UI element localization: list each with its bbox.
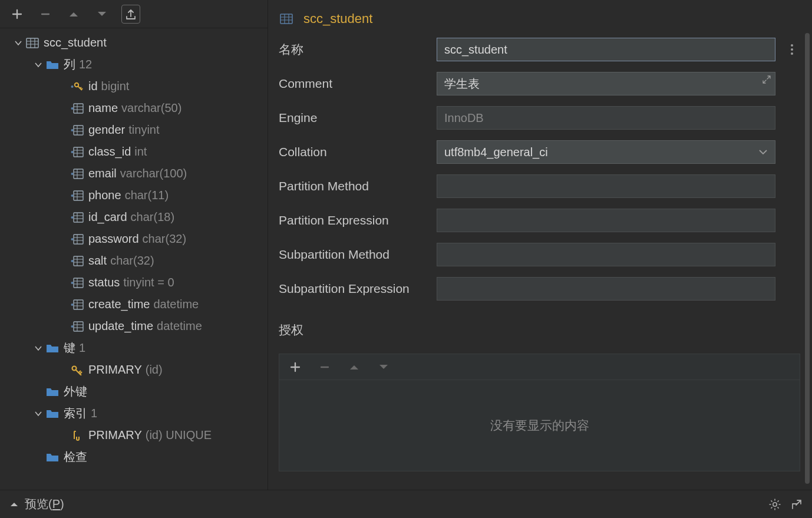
column-item[interactable]: statustinyint = 0	[0, 272, 268, 293]
column-type: tinyint	[128, 123, 159, 137]
grants-add-button[interactable]	[286, 358, 304, 376]
chevron-down-icon	[12, 39, 25, 47]
column-item[interactable]: namevarchar(50)	[0, 97, 268, 119]
engine-input[interactable]: InnoDB	[437, 106, 775, 130]
indexes-count: 1	[91, 407, 97, 420]
svg-rect-0	[27, 38, 38, 48]
name-input[interactable]: scc_student	[437, 38, 775, 61]
svg-rect-11	[74, 191, 83, 200]
svg-point-1	[71, 85, 74, 88]
column-item[interactable]: phonechar(11)	[0, 184, 268, 206]
tree-node-columns[interactable]: 列 12	[0, 54, 268, 75]
tree-node-checks[interactable]: 检查	[0, 446, 268, 468]
grants-toolbar	[279, 354, 800, 380]
tree-node-keys[interactable]: 键 1	[0, 337, 268, 359]
column-name: class_id	[88, 145, 131, 159]
chevron-down-icon	[758, 149, 768, 156]
column-name: status	[88, 276, 120, 289]
column-item[interactable]: id_cardchar(18)	[0, 206, 268, 228]
popout-icon[interactable]	[791, 499, 803, 510]
table-icon	[25, 38, 40, 48]
detail-form: 名称 scc_student Comment 学生表	[279, 38, 800, 471]
svg-point-27	[773, 502, 777, 506]
columns-label: 列	[64, 57, 75, 72]
gear-icon[interactable]	[768, 498, 781, 511]
expand-icon[interactable]	[762, 75, 771, 84]
column-item[interactable]: emailvarchar(100)	[0, 163, 268, 184]
column-name: gender	[88, 123, 125, 137]
label-partition-expression: Partition Expression	[279, 213, 437, 227]
comment-input[interactable]: 学生表	[437, 72, 775, 95]
row-name: 名称 scc_student	[279, 38, 800, 61]
preview-label: 预览(P)	[25, 496, 64, 512]
column-name: create_time	[88, 298, 150, 311]
table-name: scc_student	[44, 36, 107, 50]
column-name: id_card	[88, 210, 127, 224]
partition-expression-input[interactable]	[437, 209, 775, 232]
footer: 预览(P)	[0, 490, 812, 518]
key-name: PRIMARY	[88, 363, 142, 377]
tree-node-indexes[interactable]: 索引 1	[0, 402, 268, 424]
tree-node-foreign-keys[interactable]: 外键	[0, 381, 268, 402]
grants-up-button[interactable]	[345, 358, 363, 376]
column-item[interactable]: saltchar(32)	[0, 250, 268, 272]
column-type: datetime	[154, 298, 199, 311]
column-item[interactable]: class_idint	[0, 141, 268, 163]
chevron-down-icon	[32, 344, 45, 352]
preview-toggle[interactable]: 预览(P)	[9, 496, 64, 512]
scrollbar[interactable]	[805, 33, 810, 484]
column-icon	[70, 321, 85, 332]
svg-rect-26	[280, 14, 292, 24]
column-item[interactable]: passwordchar(32)	[0, 228, 268, 250]
column-icon	[70, 278, 85, 288]
move-up-button[interactable]	[65, 5, 82, 23]
footer-right	[768, 498, 803, 511]
index-icon	[70, 430, 85, 441]
add-button[interactable]	[8, 5, 26, 23]
grants-remove-button[interactable]	[316, 358, 334, 376]
chevron-down-icon	[32, 61, 45, 69]
svg-point-4	[71, 107, 74, 110]
remove-button[interactable]	[37, 5, 54, 23]
column-icon	[70, 234, 85, 245]
key-item[interactable]: PRIMARY(id)	[0, 359, 268, 381]
svg-rect-23	[74, 322, 83, 331]
column-name: salt	[88, 254, 107, 268]
label-name: 名称	[279, 41, 437, 58]
svg-rect-9	[74, 169, 83, 179]
partition-method-input[interactable]	[437, 174, 775, 198]
column-item[interactable]: update_timedatetime	[0, 315, 268, 337]
column-type: char(32)	[110, 254, 154, 268]
column-icon	[70, 212, 85, 223]
subpartition-method-input[interactable]	[437, 243, 775, 266]
row-engine: Engine InnoDB	[279, 106, 800, 130]
svg-point-10	[71, 173, 74, 175]
more-options-button[interactable]	[784, 44, 800, 55]
svg-rect-19	[74, 278, 83, 288]
column-item[interactable]: idbigint	[0, 75, 268, 97]
collation-select[interactable]: utf8mb4_general_ci	[437, 140, 775, 164]
svg-point-6	[71, 129, 74, 131]
index-item[interactable]: PRIMARY(id) UNIQUE	[0, 424, 268, 446]
row-comment: Comment 学生表	[279, 72, 800, 95]
tree-node-table[interactable]: scc_student	[0, 32, 268, 54]
subpartition-expression-input[interactable]	[437, 277, 775, 301]
column-item[interactable]: gendertinyint	[0, 119, 268, 141]
detail-title: scc_student	[303, 11, 372, 27]
column-icon	[70, 103, 85, 114]
move-down-button[interactable]	[93, 5, 111, 23]
label-collation: Collation	[279, 145, 437, 159]
column-name: id	[88, 80, 98, 93]
column-icon	[70, 125, 85, 136]
checks-label: 检查	[64, 449, 87, 465]
svg-point-20	[71, 282, 74, 284]
export-button[interactable]	[121, 5, 140, 24]
column-item[interactable]: create_timedatetime	[0, 293, 268, 315]
column-type: char(32)	[143, 232, 186, 246]
grants-down-button[interactable]	[375, 358, 392, 376]
grants-empty-text: 没有要显示的内容	[279, 380, 800, 471]
grants-box: 没有要显示的内容	[279, 354, 800, 471]
svg-rect-13	[74, 213, 83, 222]
svg-point-16	[71, 238, 74, 240]
label-comment: Comment	[279, 77, 437, 91]
